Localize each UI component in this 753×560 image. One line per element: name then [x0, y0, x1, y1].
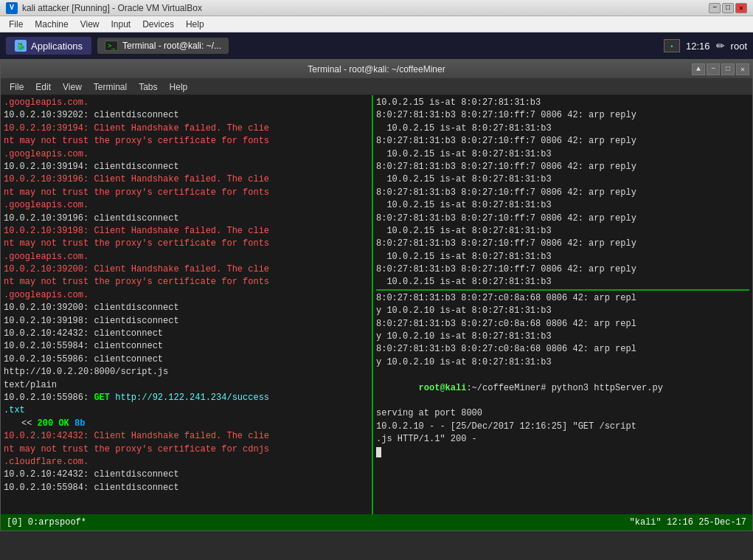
vbox-menu-help[interactable]: Help — [180, 18, 210, 31]
list-item: 8:0:27:81:31:b3 8:0:27:10:ff:7 0806 42: … — [376, 135, 749, 148]
vbox-menubar: File Machine View Input Devices Help — [0, 16, 753, 32]
term-menu-edit[interactable]: Edit — [31, 80, 55, 94]
list-item: 10.0.2.10:42432: clientdisconnect — [4, 469, 369, 481]
terminal-close-btn[interactable]: ✕ — [736, 63, 749, 75]
list-item: nt may not trust the proxy's certificate… — [4, 187, 369, 199]
kali-icon: 🐉 — [15, 40, 27, 52]
list-item: .txt — [4, 404, 369, 417]
vbox-title-left: V kali attacker [Running] - Oracle VM Vi… — [6, 2, 202, 14]
list-item: 8:0:27:81:31:b3 8:0:27:10:ff:7 0806 42: … — [376, 212, 749, 225]
term-menu-file[interactable]: File — [5, 80, 28, 94]
terminal-taskbar-label: Terminal - root@kali: ~/... — [122, 41, 221, 51]
term-menu-tabs[interactable]: Tabs — [134, 80, 162, 94]
terminal-left-pane[interactable]: .googleapis.com. 10.0.2.10:39202: client… — [1, 95, 373, 514]
list-item: 10.0.2.10:42432: Client Handshake failed… — [4, 430, 369, 443]
list-item: 10.0.2.10:39200: clientdisconnect — [4, 302, 369, 314]
applications-label: Applications — [31, 41, 83, 52]
vbox-title-text: kali attacker [Running] - Oracle VM Virt… — [22, 3, 202, 13]
list-item: .googleapis.com. — [4, 199, 369, 212]
terminal-right-pane[interactable]: 10.0.2.15 is-at 8:0:27:81:31:b3 8:0:27:8… — [373, 95, 752, 514]
terminal-window: Terminal - root@kali: ~/coffeeMiner ▲ − … — [0, 59, 753, 531]
list-item: 8:0:27:81:31:b3 8:0:27:c0:8a:68 0806 42:… — [376, 292, 749, 305]
terminal-title-text: Terminal - root@kali: ~/coffeeMiner — [308, 64, 445, 75]
terminal-titlebar: Terminal - root@kali: ~/coffeeMiner ▲ − … — [1, 60, 752, 79]
guest-taskbar: 🐉 Applications >_ Terminal - root@kali: … — [0, 32, 753, 59]
terminal-taskbar-btn[interactable]: >_ Terminal - root@kali: ~/... — [97, 38, 229, 54]
list-item: 8:0:27:81:31:b3 8:0:27:10:ff:7 0806 42: … — [376, 263, 749, 276]
list-item: 10.0.2.10:55986: GET http://92.122.241.2… — [4, 392, 369, 404]
list-item: 10.0.2.10:39202: clientdisconnect — [4, 109, 369, 122]
list-item: http://10.0.2.20:8000/script.js — [4, 366, 369, 378]
status-left: [0] 0:arpspoof* — [7, 517, 86, 528]
list-item: 8:0:27:81:31:b3 8:0:27:10:ff:7 0806 42: … — [376, 238, 749, 250]
vbox-menu-input[interactable]: Input — [105, 18, 137, 31]
terminal-title-controls: ▲ − □ ✕ — [692, 63, 749, 75]
list-item: 10.0.2.15 is-at 8:0:27:81:31:b3 — [376, 173, 749, 186]
prompt-command: python3 httpServer.py — [546, 383, 662, 393]
term-menu-terminal[interactable]: Terminal — [89, 80, 131, 94]
pencil-icon[interactable]: ✏ — [716, 40, 725, 52]
prompt-path: :~/coffeeMiner# — [466, 383, 546, 393]
terminal-restore-btn[interactable]: □ — [721, 63, 735, 75]
list-item: 8:0:27:81:31:b3 8:0:27:10:ff:7 0806 42: … — [376, 109, 749, 122]
list-item: .cloudflare.com. — [4, 456, 369, 469]
list-item: 8:0:27:81:31:b3 8:0:27:10:ff:7 0806 42: … — [376, 187, 749, 199]
list-item: 10.0.2.10:55986: clientconnect — [4, 353, 369, 366]
list-item: 10.0.2.15 is-at 8:0:27:81:31:b3 — [376, 251, 749, 263]
prompt-user: root@kali — [419, 383, 467, 393]
list-item: 8:0:27:81:31:b3 8:0:27:c0:8a:68 0806 42:… — [376, 343, 749, 356]
list-item: nt may not trust the proxy's certificate… — [4, 238, 369, 250]
list-item: serving at port 8000 — [376, 407, 749, 420]
list-item: nt may not trust the proxy's certificate… — [4, 135, 369, 148]
vbox-menu-machine[interactable]: Machine — [29, 18, 74, 31]
list-item: y 10.0.2.10 is-at 8:0:27:81:31:b3 — [376, 305, 749, 317]
list-item: nt may not trust the proxy's certificate… — [4, 443, 369, 456]
list-item: 10.0.2.15 is-at 8:0:27:81:31:b3 — [376, 122, 749, 135]
list-item: 10.0.2.15 is-at 8:0:27:81:31:b3 — [376, 199, 749, 212]
list-item: 8:0:27:81:31:b3 8:0:27:10:ff:7 0806 42: … — [376, 161, 749, 173]
list-item: 10.0.2.10:39194: clientdisconnect — [4, 161, 369, 173]
term-menu-help[interactable]: Help — [165, 80, 192, 94]
term-menu-view[interactable]: View — [58, 80, 86, 94]
vbox-minimize-btn[interactable]: − — [709, 3, 721, 13]
list-item: nt may not trust the proxy's certificate… — [4, 276, 369, 288]
terminal-taskbar-icon: >_ — [105, 41, 118, 51]
list-item: 8:0:27:81:31:b3 8:0:27:c0:8a:68 0806 42:… — [376, 318, 749, 331]
list-item: 10.0.2.10:42432: clientconnect — [4, 328, 369, 340]
right-pane-separator — [376, 289, 749, 291]
list-item: y 10.0.2.10 is-at 8:0:27:81:31:b3 — [376, 356, 749, 369]
terminal-prompt-line: root@kali:~/coffeeMiner# python3 httpSer… — [376, 369, 749, 407]
vbox-menu-devices[interactable]: Devices — [136, 18, 180, 31]
list-item: << 200 OK 8b — [21, 418, 369, 430]
applications-btn[interactable]: 🐉 Applications — [6, 37, 91, 55]
list-item: 10.0.2.10:39200: Client Handshake failed… — [4, 263, 369, 276]
taskbar-right: ▪ 12:16 ✏ root — [664, 39, 747, 52]
vbox-menu-file[interactable]: File — [3, 18, 29, 31]
terminal-minimize-btn[interactable]: − — [707, 63, 720, 75]
vbox-titlebar: V kali attacker [Running] - Oracle VM Vi… — [0, 0, 753, 16]
list-item: 10.0.2.10 - - [25/Dec/2017 12:16:25] "GE… — [376, 421, 749, 433]
list-item: 10.0.2.10:55984: clientdisconnect — [4, 482, 369, 494]
list-item: text/plain — [4, 379, 369, 392]
list-item: .googleapis.com. — [4, 251, 369, 263]
vbox-menu-view[interactable]: View — [74, 18, 105, 31]
status-right: "kali" 12:16 25-Dec-17 — [630, 517, 746, 528]
taskbar-username: root — [731, 41, 747, 52]
list-item: .js HTTP/1.1" 200 - — [376, 433, 749, 446]
terminal-content: .googleapis.com. 10.0.2.10:39202: client… — [1, 95, 752, 514]
terminal-cursor-line — [376, 446, 749, 459]
list-item: 10.0.2.10:39196: clientdisconnect — [4, 212, 369, 225]
list-item: 10.0.2.15 is-at 8:0:27:81:31:b3 — [376, 276, 749, 288]
list-item: 10.0.2.15 is-at 8:0:27:81:31:b3 — [376, 97, 749, 109]
vbox-close-btn[interactable]: ✕ — [735, 3, 747, 13]
display-icon: ▪ — [664, 39, 680, 52]
terminal-up-btn[interactable]: ▲ — [692, 63, 705, 75]
list-item: .googleapis.com. — [4, 97, 369, 109]
taskbar-time: 12:16 — [686, 41, 710, 52]
list-item: y 10.0.2.10 is-at 8:0:27:81:31:b3 — [376, 331, 749, 343]
terminal-statusbar: [0] 0:arpspoof* "kali" 12:16 25-Dec-17 — [1, 514, 752, 530]
list-item: .googleapis.com. — [4, 289, 369, 302]
vbox-maximize-btn[interactable]: □ — [722, 3, 734, 13]
list-item: .googleapis.com. — [4, 148, 369, 161]
vbox-window-controls: − □ ✕ — [709, 3, 747, 13]
